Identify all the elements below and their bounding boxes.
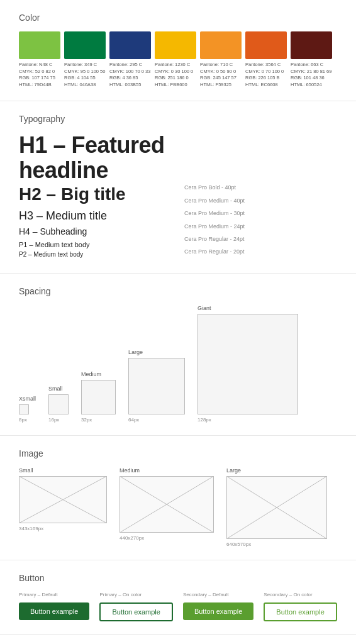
button-example[interactable]: Button example — [99, 602, 172, 621]
h2-sample: H2 – Big title — [19, 184, 178, 205]
button-row: Primary – DefaultButton examplePrimary –… — [19, 592, 337, 621]
spacing-box — [48, 394, 69, 414]
spacing-row: Xsmall8pxSmall16pxMedium32pxLarge64pxGia… — [19, 305, 337, 423]
spacing-item-label: Xsmall — [19, 396, 36, 402]
spacing-item-label: Medium — [81, 371, 101, 377]
image-placeholder — [120, 476, 214, 533]
image-section-title: Image — [19, 448, 337, 458]
button-group-label: Secondary – Default — [183, 592, 253, 597]
button-group-label: Primary – On color — [99, 592, 172, 597]
image-px-label: 343x169px — [19, 526, 107, 531]
color-swatch — [245, 31, 287, 59]
h3-sample: H3 – Medium title — [19, 209, 178, 223]
spacing-box — [128, 358, 185, 414]
image-item-label: Small — [19, 467, 107, 474]
color-swatch-wrap: Pantone: 3564 CCMYK: 0 70 100 0RGB: 226 … — [245, 31, 287, 88]
color-swatch-wrap: Pantone: 295 CCMYK: 100 70 0 33RGB: 4 36… — [109, 31, 151, 88]
button-group: Secondary – On colorButton example — [264, 592, 337, 621]
spacing-px-label: 64px — [128, 417, 139, 423]
spacing-item: Small16px — [48, 386, 69, 423]
image-placeholder — [19, 476, 107, 523]
image-section: Image Small343x169pxMedium440x270pxLarge… — [0, 436, 356, 560]
typo-spec-item: Cera Pro Medium - 30pt — [184, 209, 337, 218]
color-info: Pantone: 3564 CCMYK: 0 70 100 0RGB: 226 … — [245, 62, 287, 88]
spacing-px-label: 16px — [48, 417, 59, 423]
button-group: Secondary – DefaultButton example — [183, 592, 253, 620]
spacing-item: Xsmall8px — [19, 396, 36, 423]
color-info: Pantone: 710 CCMYK: 0 50 90 0RGB: 245 14… — [200, 62, 242, 88]
button-example[interactable]: Button example — [183, 602, 253, 620]
button-group-label: Secondary – On color — [264, 592, 337, 597]
image-px-label: 640x570px — [226, 541, 327, 547]
button-section: Button Primary – DefaultButton examplePr… — [0, 560, 356, 635]
typography-grid: H1 – Featured headline H2 – Big title H3… — [19, 133, 337, 260]
color-swatch-wrap: Pantone: N48 CCMYK: 52 0 82 0RGB: 107 17… — [19, 31, 60, 88]
image-item: Small343x169px — [19, 467, 107, 531]
spacing-box — [19, 404, 29, 414]
spacing-box — [197, 314, 298, 414]
image-item: Large640x570px — [226, 467, 327, 547]
button-group-label: Primary – Default — [19, 592, 89, 597]
image-row: Small343x169pxMedium440x270pxLarge640x57… — [19, 467, 337, 547]
typo-spec-item: Cera Pro Medium - 40pt — [184, 196, 337, 205]
color-info: Pantone: N48 CCMYK: 52 0 82 0RGB: 107 17… — [19, 62, 60, 88]
color-section: Color Pantone: N48 CCMYK: 52 0 82 0RGB: … — [0, 0, 356, 101]
spacing-item-label: Small — [48, 386, 63, 392]
color-swatch — [64, 31, 106, 59]
spacing-item: Giant128px — [197, 305, 298, 423]
image-item-label: Medium — [120, 467, 214, 474]
spacing-item-label: Giant — [197, 305, 211, 311]
button-example[interactable]: Button example — [264, 602, 337, 621]
typo-spec-item: Cera Pro Regular - 24pt — [184, 235, 337, 243]
image-item: Medium440x270px — [120, 467, 214, 541]
color-swatch-wrap: Pantone: 1230 CCMYK: 0 30 100 0RGB: 251 … — [155, 31, 196, 88]
spacing-item-label: Large — [128, 349, 143, 355]
typo-spec-item: Cera Pro Regular - 20pt — [184, 247, 337, 256]
spacing-section: Spacing Xsmall8pxSmall16pxMedium32pxLarg… — [0, 274, 356, 436]
button-section-title: Button — [19, 573, 337, 583]
spacing-px-label: 8px — [19, 417, 27, 423]
color-swatch — [109, 31, 151, 59]
color-section-title: Color — [19, 13, 337, 23]
typo-spec-item: Cera Pro Medium - 24pt — [184, 222, 337, 231]
spacing-item: Medium32px — [81, 371, 116, 423]
image-px-label: 440x270px — [120, 535, 214, 541]
p1-sample: P1 – Medium text body — [19, 241, 178, 248]
typography-section-title: Typography — [19, 114, 337, 124]
color-swatch-wrap: Pantone: 663 CCMYK: 21 80 81 69RGB: 101 … — [291, 31, 332, 88]
color-info: Pantone: 295 CCMYK: 100 70 0 33RGB: 4 36… — [109, 62, 151, 88]
button-group: Primary – DefaultButton example — [19, 592, 89, 620]
color-swatch — [291, 31, 332, 59]
image-item-label: Large — [226, 467, 327, 474]
color-swatch — [200, 31, 242, 59]
color-swatch — [155, 31, 196, 59]
typography-right: Cera Pro Bold - 40ptCera Pro Medium - 40… — [178, 133, 337, 260]
h4-sample: H4 – Subheading — [19, 226, 178, 238]
color-info: Pantone: 663 CCMYK: 21 80 81 69RGB: 101 … — [291, 62, 332, 88]
color-info: Pantone: 1230 CCMYK: 0 30 100 0RGB: 251 … — [155, 62, 196, 88]
spacing-item: Large64px — [128, 349, 185, 423]
typography-left: H1 – Featured headline H2 – Big title H3… — [19, 133, 178, 260]
button-group: Primary – On colorButton example — [99, 592, 172, 621]
icon-section: Icon Small24x24pxSmall32x32pxLarge64x64p… — [0, 635, 356, 644]
button-example[interactable]: Button example — [19, 602, 89, 620]
color-swatch — [19, 31, 60, 59]
typo-spec-item: Cera Pro Bold - 40pt — [184, 183, 337, 192]
image-placeholder — [226, 476, 327, 539]
color-info: Pantone: 349 CCMYK: 95 0 100 50RGB: 4 10… — [64, 62, 106, 88]
spacing-px-label: 32px — [81, 417, 92, 423]
p2-sample: P2 – Medium text body — [19, 251, 178, 258]
spacing-box — [81, 380, 116, 414]
typography-section: Typography H1 – Featured headline H2 – B… — [0, 101, 356, 274]
color-swatch-wrap: Pantone: 710 CCMYK: 0 50 90 0RGB: 245 14… — [200, 31, 242, 88]
h1-sample: H1 – Featured headline — [19, 133, 178, 182]
color-swatch-wrap: Pantone: 349 CCMYK: 95 0 100 50RGB: 4 10… — [64, 31, 106, 88]
color-swatches: Pantone: N48 CCMYK: 52 0 82 0RGB: 107 17… — [19, 31, 337, 88]
spacing-section-title: Spacing — [19, 286, 337, 296]
spacing-px-label: 128px — [197, 417, 211, 423]
